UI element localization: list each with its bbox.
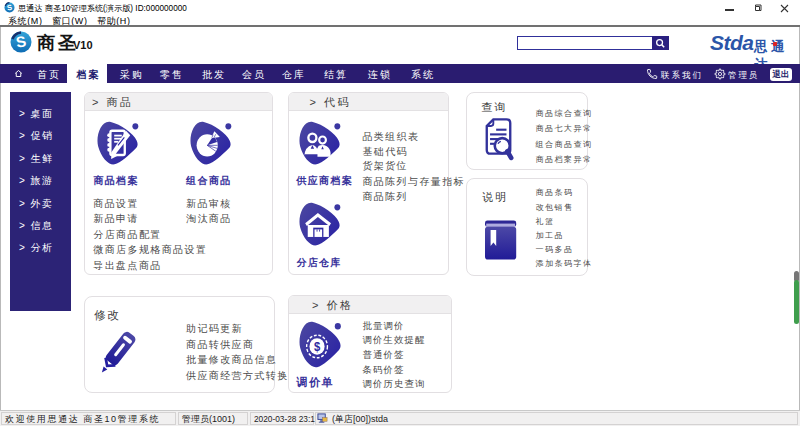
svg-text:$: $	[314, 339, 321, 353]
